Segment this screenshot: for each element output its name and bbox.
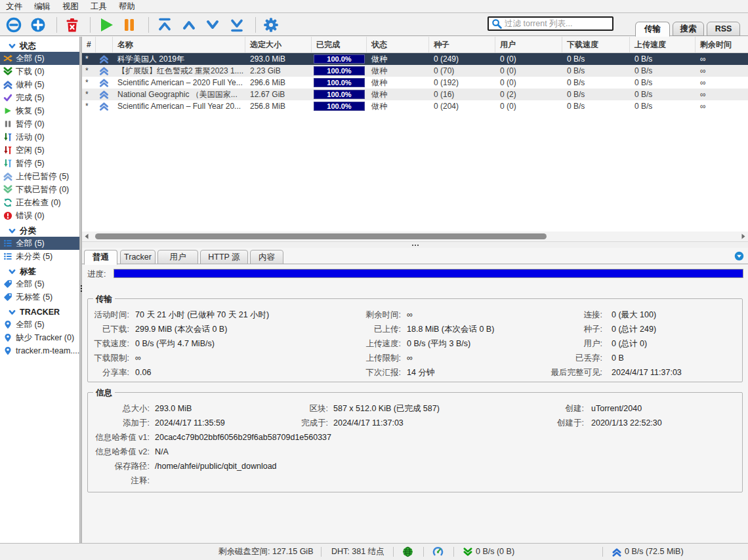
sidebar-item-icon [3,279,12,289]
sidebar-item[interactable]: 上传已暂停 (5) [0,170,79,183]
splitter-dots-icon [412,245,420,246]
main-tab[interactable]: RSS [707,22,740,36]
details-pane: 普通Tracker用户HTTP 源内容 进度: 传输 活动时间:70 天 21 … [82,248,748,543]
upload-speed-text: 0 B/s (72.5 MiB) [625,544,684,560]
sidebar-item-icon [3,346,12,355]
torrent-row[interactable]: * 科学美国人 2019年 293.0 MiB 100.0% 做种 0 (249… [82,53,748,65]
menu-item[interactable]: 文件 [0,0,28,13]
sidebar-item[interactable]: 恢复 (5) [0,104,79,117]
sidebar-item[interactable]: 暂停 (5) [0,157,79,170]
stat-label: 信息哈希值 v1: [88,430,150,445]
sidebar-item-icon [3,198,12,207]
menu-item[interactable]: 工具 [85,0,113,13]
cell-seeds: 0 (204) [429,100,495,112]
sidebar-item[interactable]: 缺少 Tracker (0) [0,331,79,344]
menu-item[interactable]: 帮助 [113,0,141,13]
details-tab[interactable]: 内容 [250,250,283,264]
sidebar-item[interactable]: 错误 (0) [0,209,79,222]
sidebar-item[interactable]: 正在检查 (0) [0,196,79,209]
column-header[interactable]: 名称 [113,37,245,52]
sidebar-item-icon [3,67,12,76]
sidebar-item[interactable]: 状态 [0,40,79,52]
menu-item[interactable]: 视图 [56,0,85,13]
collapse-details-button[interactable] [734,251,744,261]
stat-label: 信息哈希值 v2: [88,445,150,459]
sidebar-item[interactable]: 分类 [0,225,79,237]
stat-label: 已下载: [88,322,129,336]
sidebar-item-label: 暂停 (0) [16,117,45,130]
stat-label: 创建于: [482,416,584,430]
alt-speed-gauge-icon[interactable] [432,546,444,557]
sidebar-item-label: TRACKER [20,306,60,318]
cell-queue-position: * [82,53,96,65]
sidebar-item[interactable]: 全部 (5) [0,52,79,65]
scrollbar-thumb[interactable] [95,233,547,239]
main-tab[interactable]: 传输 [635,22,670,37]
cell-eta: ∞ [696,89,748,100]
column-header[interactable]: # [82,37,96,52]
sidebar-item[interactable]: 完成 (5) [0,91,79,104]
cell-eta: ∞ [696,100,748,112]
column-header[interactable]: 种子 [429,37,495,52]
torrent-row[interactable]: * Scientific American – 2020 Full Ye... … [82,77,748,89]
column-header[interactable]: 状态 [367,37,429,52]
cell-name: Scientific American – Full Year 20... [113,100,245,112]
stat-label: 上传限制: [337,351,401,365]
menu-item[interactable]: 编辑 [28,0,56,13]
stat-value: ∞ [407,351,413,365]
column-header[interactable]: 用户 [495,37,562,52]
panel-splitter[interactable] [82,241,748,248]
torrent-row[interactable]: * 【扩展版】红色警戒2 重聚2023 1.... 2.23 GiB 100.0… [82,65,748,77]
sidebar-item[interactable]: TRACKER [0,306,79,318]
column-header[interactable]: 选定大小 [245,37,312,52]
cell-queue-position: * [82,89,96,100]
stat-value: 0 (最大 100) [612,308,656,322]
stat-label: 下载速度: [88,336,129,351]
cell-eta: ∞ [696,65,748,77]
cell-ulspeed: 0 B/s [630,89,696,100]
sidebar-item-label: 全部 (5) [16,318,45,331]
stat-value: 70 天 21 小时 (已做种 70 天 21 小时) [135,308,269,322]
stat-value: 0.06 [135,365,151,380]
torrent-row[interactable]: * Scientific American – Full Year 20... … [82,100,748,112]
column-header[interactable] [96,37,113,52]
details-tab[interactable]: HTTP 源 [200,250,248,264]
download-speed-text: 0 B/s (0 B) [476,544,514,560]
sidebar-item[interactable]: 全部 (5) [0,237,79,250]
details-tab[interactable]: Tracker [120,250,156,264]
column-header[interactable]: 已完成 [312,37,367,52]
details-tab[interactable]: 普通 [84,250,117,265]
sidebar-item-label: 完成 (5) [16,91,45,104]
sidebar-item[interactable]: 空闲 (5) [0,144,79,157]
sidebar-item[interactable]: 下载已暂停 (0) [0,183,79,196]
torrent-row[interactable]: * National Geographic （美国国家... 12.67 GiB… [82,89,748,100]
sidebar-item[interactable]: 做种 (5) [0,78,79,91]
sidebar-item-label: 状态 [20,40,36,52]
stat-row: 下载速度:0 B/s (平均 4.7 MiB/s) [88,336,332,351]
cell-dlspeed: 0 B/s [562,89,630,100]
sidebar-item[interactable]: 全部 (5) [0,318,79,331]
column-header[interactable]: 剩余时间 [696,37,748,52]
sidebar-item[interactable]: 无标签 (5) [0,290,79,304]
sidebar-item-label: tracker.m-team.... [16,344,79,357]
sidebar-item[interactable]: 下载 (0) [0,65,79,78]
sidebar-item-icon [3,132,12,142]
sidebar-item[interactable]: 未分类 (5) [0,250,79,263]
scroll-right-icon[interactable] [740,233,746,239]
sidebar-item-icon [3,320,12,329]
column-header[interactable]: 上传速度 [630,37,696,52]
sidebar-item[interactable]: 活动 (0) [0,130,79,144]
dht-nodes: DHT: 381 结点 [331,544,384,560]
sidebar-item[interactable]: 标签 [0,266,79,277]
scroll-left-icon[interactable] [84,233,90,239]
cell-size: 2.23 GiB [245,65,312,77]
sidebar-item[interactable]: 全部 (5) [0,277,79,290]
sidebar-item[interactable]: 暂停 (0) [0,117,79,130]
sidebar-item[interactable]: tracker.m-team.... [0,344,79,357]
info-col-2: 区块:587 x 512.0 KiB (已完成 587)完成于:2024/4/1… [259,401,482,430]
column-header[interactable]: 下载速度 [562,37,630,52]
sidebar-item-label: 全部 (5) [16,277,45,290]
sidebar-item-label: 下载已暂停 (0) [16,183,69,196]
main-tab[interactable]: 搜索 [673,22,704,36]
details-tab[interactable]: 用户 [157,250,198,264]
